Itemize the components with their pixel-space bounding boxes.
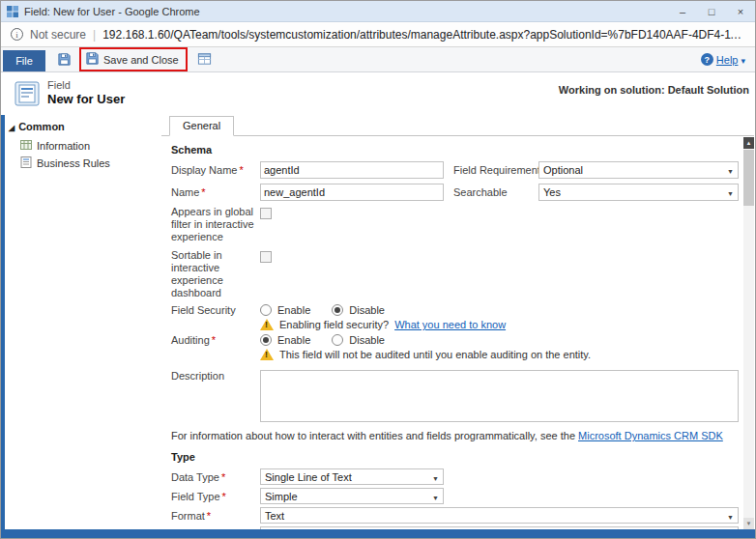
browser-window: Field: New for User - Google Chrome – □ … [0,0,756,539]
vertical-scrollbar[interactable] [743,137,754,529]
scrollbar-down-icon[interactable] [743,518,754,529]
auditing-disable-label: Disable [349,334,385,346]
global-filter-checkbox[interactable] [260,208,272,219]
searchable-select[interactable]: Yes [538,184,739,201]
nav-group-label: Common [18,121,65,132]
window-title: Field: New for User - Google Chrome [24,6,200,17]
security-status[interactable]: Not secure [30,28,86,42]
save-and-close-label: Save and Close [103,54,179,66]
dropdown-arrow-icon [727,186,734,198]
maximize-icon[interactable]: □ [697,1,726,21]
entity-type-label: Field [47,79,125,91]
close-icon[interactable]: × [726,1,755,21]
chevron-down-icon [741,54,745,66]
description-label: Description [171,370,260,382]
auditing-enable-label: Enable [277,334,310,346]
data-type-label: Data Type* [171,471,260,483]
working-on-solution: Working on solution: Default Solution [559,84,749,96]
global-filter-label: Appears in global filter in interactive … [171,206,260,244]
page-header: Field New for User Working on solution: … [1,72,755,115]
sidebar-item-label: Information [37,140,90,152]
scrollbar-up-icon[interactable] [743,137,754,149]
data-type-select[interactable]: Single Line of Text [260,468,444,485]
scrollbar-thumb[interactable] [743,150,754,206]
save-and-close-icon [85,51,100,68]
name-input[interactable] [260,184,444,201]
window-controls: – □ × [668,1,755,21]
dropdown-arrow-icon [727,164,734,176]
name-label: Name* [171,186,260,198]
format-label: Format* [171,510,260,522]
header-titles: Field New for User [47,79,125,106]
maximum-length-input[interactable] [260,526,739,529]
field-security-disable-label: Disable [349,304,385,316]
warning-icon [260,319,274,330]
field-security-link[interactable]: What you need to know [394,319,506,330]
dropdown-arrow-icon [432,471,439,483]
sortable-label: Sortable in interactive experience dashb… [171,249,260,300]
field-security-note: Enabling field security? [279,319,389,330]
business-rules-icon [20,156,32,170]
help-icon [701,53,713,66]
field-icon [15,81,40,110]
auditing-enable-radio[interactable] [260,334,272,346]
information-icon [20,139,32,153]
schema-heading: Schema [171,144,739,156]
field-security-label: Field Security [171,304,260,316]
field-type-label: Field Type* [171,491,260,502]
auditing-disable-radio[interactable] [332,334,343,346]
expand-triangle-icon [9,121,15,132]
main-panel: General Schema Display Name* Field Requi… [161,115,754,529]
minimize-icon[interactable]: – [668,1,697,21]
field-security-enable-radio[interactable] [260,304,272,316]
dropdown-arrow-icon [727,510,734,522]
field-security-disable-radio[interactable] [332,304,343,316]
display-name-input[interactable] [260,161,444,179]
ribbon-toolbar: File Save and Close Help [1,47,755,72]
searchable-label: Searchable [453,186,538,198]
warning-icon [260,349,274,360]
form-grid-icon[interactable] [193,52,216,67]
sidebar-item-business-rules[interactable]: Business Rules [5,155,160,172]
page-title: New for User [47,92,125,106]
url-text[interactable]: 192.168.1.60/QATeam/tools/systemcustomiz… [102,28,745,42]
type-heading: Type [171,451,739,463]
url-separator: | [93,28,96,42]
annotation-highlight-box: Save and Close [79,47,188,71]
save-and-close-button[interactable]: Save and Close [83,50,184,69]
sortable-checkbox[interactable] [260,251,272,263]
app-icon [7,6,18,17]
title-bar: Field: New for User - Google Chrome – □ … [1,1,755,22]
format-select[interactable]: Text [260,507,739,524]
save-icon[interactable] [53,52,75,67]
display-name-label: Display Name* [171,164,260,176]
nav-group-common[interactable]: Common [5,115,160,137]
field-type-select[interactable]: Simple [260,488,444,504]
sidebar-item-information[interactable]: Information [5,137,160,155]
tab-general[interactable]: General [169,116,234,136]
help-label: Help [716,54,739,66]
file-button[interactable]: File [3,50,45,71]
auditing-note: This field will not be audited until you… [279,349,591,360]
field-security-enable-label: Enable [277,304,310,316]
address-bar[interactable]: Not secure | 192.168.1.60/QATeam/tools/s… [1,22,755,47]
auditing-label: Auditing* [171,334,260,346]
dropdown-arrow-icon [432,491,439,502]
sdk-link[interactable]: Microsoft Dynamics CRM SDK [578,430,723,441]
field-requirement-label: Field Requirement* [453,164,538,176]
sdk-note: For information about how to interact wi… [171,430,739,441]
sidebar-item-label: Business Rules [37,157,110,169]
form-content: Schema Display Name* Field Requirement* … [161,135,754,529]
description-textarea[interactable] [260,370,739,422]
field-requirement-select[interactable]: Optional [538,161,739,179]
help-menu[interactable]: Help [701,53,745,66]
navigation-sidebar: Common Information Business Rules [5,115,160,529]
tab-row: General [161,115,754,135]
info-icon[interactable] [11,28,23,41]
bottom-frame-accent [1,529,755,538]
